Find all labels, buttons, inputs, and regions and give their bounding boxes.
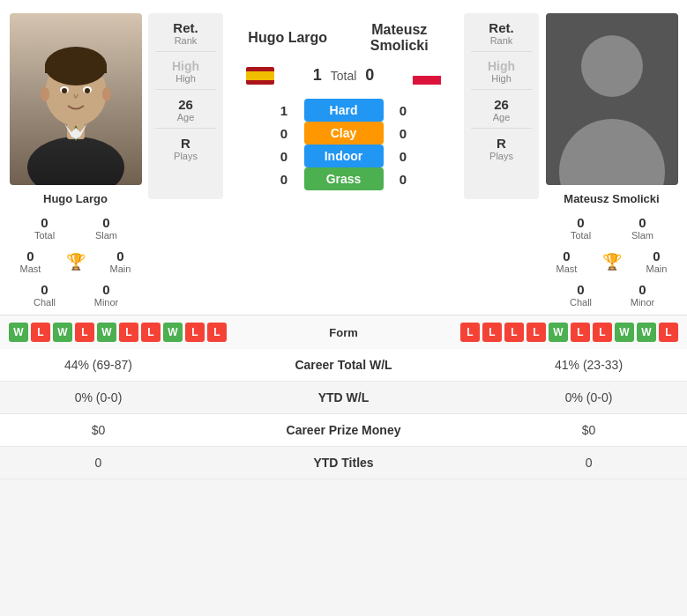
form-label: Form	[300, 326, 388, 339]
left-stats-row1: 0 Total 0 Slam	[7, 212, 144, 243]
right-stats-row2: 0 Mast 🏆 0 Main	[543, 246, 680, 277]
right-form-badge-3: L	[526, 323, 546, 342]
left-flag-container	[232, 67, 287, 85]
surface-right-count-indoor: 0	[392, 149, 414, 164]
table-left-0: 44% (69-87)	[0, 349, 197, 382]
surface-row-clay: 0 Clay 0	[273, 122, 414, 145]
table-right-0: 41% (23-33)	[490, 349, 687, 382]
right-flag-container	[400, 67, 455, 85]
table-label-3: YTD Titles	[197, 447, 490, 479]
table-label-2: Career Prize Money	[197, 414, 490, 447]
surface-btn-grass[interactable]: Grass	[304, 167, 384, 190]
right-form-badge-5: L	[571, 323, 590, 342]
stats-table: 44% (69-87) Career Total W/L 41% (23-33)…	[0, 349, 687, 479]
left-stat-box: Ret. Rank High High 26 Age R Plays	[148, 13, 223, 199]
surface-left-count-indoor: 0	[273, 149, 295, 164]
table-label-0: Career Total W/L	[197, 349, 490, 382]
total-label: Total	[331, 69, 357, 83]
left-high-row: High High	[155, 59, 216, 90]
left-player-name-top: Hugo Largo	[232, 30, 344, 46]
surface-rows: 1 Hard 0 0 Clay 0 0 Indoor 0 0 Grass 0	[273, 99, 414, 190]
left-player-photo	[10, 13, 142, 185]
table-row-0: 44% (69-87) Career Total W/L 41% (23-33)	[0, 349, 687, 382]
surface-right-count-hard: 0	[392, 103, 414, 118]
right-main-stat: 0 Main	[635, 249, 679, 274]
left-rank-row: Ret. Rank	[155, 20, 216, 52]
left-main-stat: 0 Main	[99, 249, 143, 274]
svg-point-9	[62, 88, 67, 93]
right-minor-stat: 0 Minor	[621, 282, 665, 308]
surface-btn-clay[interactable]: Clay	[304, 122, 384, 145]
left-mast-stat: 0 Mast	[9, 249, 53, 274]
left-player-name: Hugo Largo	[43, 192, 108, 205]
center-area: Ret. Rank High High 26 Age R Plays	[148, 13, 539, 199]
right-slam-stat: 0 Slam	[621, 215, 665, 241]
left-trophy-icon: 🏆	[66, 252, 86, 271]
total-left-count: 1	[313, 66, 322, 85]
table-right-2: $0	[490, 414, 687, 447]
surface-row-hard: 1 Hard 0	[273, 99, 414, 122]
right-form-badge-0: L	[460, 323, 480, 342]
right-form-badge-7: W	[615, 323, 634, 342]
surface-right-count-grass: 0	[392, 172, 414, 187]
surface-area: Hugo Largo Mateusz Smolicki 1	[228, 13, 459, 199]
left-chall-stat: 0 Chall	[23, 282, 67, 308]
table-row-1: 0% (0-0) YTD W/L 0% (0-0)	[0, 382, 687, 414]
surface-row-indoor: 0 Indoor 0	[273, 145, 414, 167]
surface-left-count-clay: 0	[273, 126, 295, 141]
right-age-row: 26 Age	[471, 97, 532, 129]
right-player-photo	[546, 13, 678, 185]
right-form-badge-9: L	[659, 323, 678, 342]
right-player-name: Mateusz Smolicki	[564, 192, 659, 205]
left-form-badge-4: W	[97, 323, 116, 342]
surface-btn-hard[interactable]: Hard	[304, 99, 384, 122]
left-form-badge-5: L	[119, 323, 138, 342]
surface-btn-indoor[interactable]: Indoor	[304, 145, 384, 167]
spain-flag-icon	[246, 67, 274, 85]
table-right-1: 0% (0-0)	[490, 382, 687, 414]
surface-row-grass: 0 Grass 0	[273, 167, 414, 190]
total-row-center: 1 Total 0	[287, 66, 400, 85]
svg-rect-6	[45, 64, 107, 73]
right-stats-row1: 0 Total 0 Slam	[543, 212, 680, 243]
svg-point-11	[41, 87, 49, 101]
svg-rect-15	[246, 71, 274, 80]
right-form-badge-1: L	[482, 323, 502, 342]
table-label-1: YTD W/L	[197, 382, 490, 414]
table-right-3: 0	[490, 447, 687, 479]
table-row-2: $0 Career Prize Money $0	[0, 414, 687, 447]
form-section: WLWLWLLWLL Form LLLLWLLWWL	[0, 315, 687, 349]
right-form-badge-2: L	[504, 323, 524, 342]
surface-left-count-hard: 1	[273, 103, 295, 118]
left-form-badge-2: W	[53, 323, 72, 342]
svg-point-20	[581, 35, 643, 97]
poland-flag-icon	[413, 67, 441, 85]
left-form-badge-0: W	[9, 323, 28, 342]
left-form-badges: WLWLWLLWLL	[9, 323, 300, 342]
table-left-2: $0	[0, 414, 197, 447]
left-stats-row3: 0 Chall 0 Minor	[7, 279, 144, 310]
left-minor-stat: 0 Minor	[85, 282, 129, 308]
right-chall-stat: 0 Chall	[559, 282, 603, 308]
left-form-badge-9: L	[207, 323, 227, 342]
svg-point-12	[102, 87, 111, 101]
right-trophy-icon: 🏆	[602, 252, 622, 271]
left-form-badge-3: L	[75, 323, 94, 342]
right-total-stat: 0 Total	[559, 215, 603, 241]
right-plays-row: R Plays	[471, 136, 532, 161]
total-right-count: 0	[365, 66, 374, 85]
left-plays-row: R Plays	[155, 136, 216, 161]
table-left-1: 0% (0-0)	[0, 382, 197, 414]
left-form-badge-1: L	[31, 323, 50, 342]
svg-point-10	[85, 88, 90, 93]
right-form-badge-4: W	[549, 323, 568, 342]
left-slam-stat: 0 Slam	[85, 215, 129, 241]
left-total-stat: 0 Total	[23, 215, 67, 241]
main-container: Hugo Largo 0 Total 0 Slam 0 Mast 🏆	[0, 0, 687, 479]
left-player-area: Hugo Largo 0 Total 0 Slam 0 Mast 🏆	[7, 13, 144, 310]
right-player-name-top: Mateusz Smolicki	[344, 22, 456, 54]
right-high-row: High High	[471, 59, 532, 90]
left-stats-row2: 0 Mast 🏆 0 Main	[7, 246, 144, 277]
right-form-badges: LLLLWLLWWL	[388, 323, 679, 342]
svg-rect-18	[413, 76, 441, 85]
